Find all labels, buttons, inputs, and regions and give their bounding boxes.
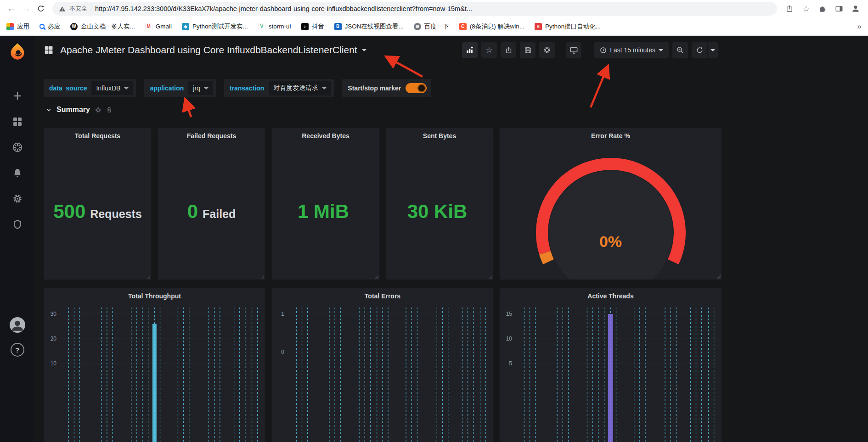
bookmark-label: storm-ui: [269, 23, 291, 30]
variable-application: application jrq: [144, 79, 215, 97]
save-dashboard-button[interactable]: [520, 42, 535, 58]
add-panel-button[interactable]: [462, 42, 478, 58]
caret-down-icon: [322, 87, 327, 90]
dashboard-main: Apache JMeter Dashboard using Core Influ…: [34, 36, 868, 442]
caret-down-icon: [204, 87, 209, 90]
bookmark-item[interactable]: ◆Python测试开发实...: [182, 22, 248, 31]
address-bar[interactable]: 不安全 http://47.95.142.233:3000/d/K33EkaX7…: [52, 2, 777, 16]
sidebar-item-configuration[interactable]: [11, 192, 24, 206]
variable-label: data_source: [49, 84, 87, 92]
sidebar-item-dashboards[interactable]: [11, 115, 24, 129]
csdn-icon: C: [459, 23, 467, 30]
panel-title[interactable]: Total Throughput: [44, 292, 265, 300]
stat-value: 0Failed: [158, 201, 265, 223]
panel-title[interactable]: Received Bytes: [272, 132, 379, 140]
zoom-out-time-button[interactable]: [672, 42, 688, 58]
variable-transaction: transaction 对百度发送请求: [224, 79, 334, 97]
refresh-control: [692, 42, 718, 58]
svg-text:0: 0: [281, 349, 284, 355]
dashboard-grid-icon[interactable]: [44, 45, 54, 55]
baidu-globe-icon: ⊕: [414, 23, 421, 30]
row-title: Summary: [56, 106, 90, 114]
bookmark-item[interactable]: BJSON在线视图查看...: [334, 22, 404, 31]
reload-icon[interactable]: [34, 2, 48, 16]
dashboard-settings-button[interactable]: [539, 42, 555, 58]
panel-title[interactable]: Sent Bytes: [386, 132, 493, 140]
bookmark-item[interactable]: W金山文档 - 多人实...: [70, 22, 135, 31]
bookmark-item[interactable]: C(8条消息) 解决win...: [459, 22, 524, 31]
bookmark-star-icon[interactable]: ☆: [800, 3, 812, 15]
grafana-logo-icon[interactable]: [8, 42, 27, 61]
summary-row-header[interactable]: Summary: [45, 106, 113, 114]
caret-down-icon: [124, 87, 129, 90]
sidebar-item-alerting[interactable]: [11, 166, 24, 180]
bookmarks-overflow-icon[interactable]: »: [857, 22, 862, 31]
bookmark-label: Python测试开发实...: [192, 22, 248, 31]
title-caret-down-icon[interactable]: [362, 49, 366, 51]
tiktok-icon: ♪: [301, 23, 309, 30]
bookmark-item[interactable]: Vstorm-ui: [258, 23, 291, 30]
bookmark-item[interactable]: ≡Python接口自动化...: [535, 22, 601, 31]
panel-title[interactable]: Failed Requests: [158, 132, 265, 140]
back-icon[interactable]: ←: [5, 2, 18, 16]
bookmark-item[interactable]: ♪抖音: [301, 22, 324, 31]
red-book-icon: ≡: [535, 23, 542, 30]
time-range-picker[interactable]: Last 15 minutes: [594, 42, 669, 58]
chart-plot-area[interactable]: 15105: [500, 288, 721, 442]
panel-title[interactable]: Total Errors: [272, 292, 493, 300]
gmail-icon: M: [145, 23, 152, 30]
dashboard-toolbar: ☆ Last 15 minutes: [462, 42, 718, 58]
security-label[interactable]: 不安全: [69, 5, 87, 13]
variable-label: application: [150, 84, 184, 92]
svg-text:15: 15: [506, 311, 513, 317]
not-secure-icon: [59, 6, 66, 12]
browser-actions: ☆: [782, 3, 863, 15]
bookmark-label: 应用: [17, 22, 29, 31]
bookmark-item[interactable]: 必应: [39, 22, 60, 31]
browser-toolbar: ← → 不安全 http://47.95.142.233:3000/d/K33E…: [0, 0, 868, 17]
bookmark-item[interactable]: MGmail: [145, 23, 172, 30]
bookmark-item[interactable]: ⊕百度一下: [414, 22, 449, 31]
chart-plot-area[interactable]: 10: [272, 288, 493, 442]
page-title[interactable]: Apache JMeter Dashboard using Core Influ…: [60, 45, 357, 56]
panel-active-threads: 15105 Active Threads: [499, 288, 722, 442]
svg-text:10: 10: [506, 336, 513, 342]
bookmark-item[interactable]: 应用: [6, 22, 29, 31]
variable-value-dropdown[interactable]: 对百度发送请求: [269, 81, 331, 95]
cycle-view-mode-button[interactable]: [566, 42, 581, 58]
start-stop-marker-toggle[interactable]: [406, 83, 427, 93]
variable-value-dropdown[interactable]: InfluxDB: [91, 81, 133, 95]
side-panel-icon[interactable]: [833, 3, 845, 15]
bookmark-label: Gmail: [156, 23, 172, 30]
svg-text:30: 30: [51, 311, 57, 317]
help-icon[interactable]: ?: [11, 343, 24, 357]
sidebar-item-create[interactable]: [11, 89, 24, 103]
row-settings-gear-icon[interactable]: [95, 106, 101, 113]
variable-value-dropdown[interactable]: jrq: [188, 81, 213, 95]
panel-title[interactable]: Total Requests: [44, 132, 151, 140]
profile-avatar-icon[interactable]: [850, 3, 862, 15]
user-avatar[interactable]: [10, 317, 25, 333]
panel-total-throughput: 302010 Total Throughput: [44, 288, 265, 442]
refresh-button[interactable]: [692, 42, 707, 58]
panel-title[interactable]: Active Threads: [500, 292, 721, 300]
wps-docs-icon: W: [70, 23, 78, 30]
stat-value: 1 MiB: [272, 201, 379, 223]
refresh-interval-caret-icon[interactable]: [708, 42, 718, 58]
svg-text:5: 5: [509, 360, 512, 367]
url-text[interactable]: http://47.95.142.233:3000/d/K33EkaX7k/ap…: [95, 5, 472, 12]
share-dashboard-button[interactable]: [501, 42, 516, 58]
panel-sent-bytes: Sent Bytes 30 KiB: [385, 128, 494, 280]
panel-title[interactable]: Error Rate %: [500, 132, 721, 140]
stat-value: 500Requests: [44, 201, 151, 223]
marker-toggle-label: Start/stop marker: [348, 84, 401, 92]
star-dashboard-button[interactable]: ☆: [481, 42, 497, 58]
row-delete-trash-icon[interactable]: [106, 106, 113, 113]
share-icon[interactable]: [783, 3, 795, 15]
chart-plot-area[interactable]: 302010: [44, 288, 265, 442]
extensions-puzzle-icon[interactable]: [817, 3, 829, 15]
forward-icon[interactable]: →: [19, 2, 33, 16]
python-test-icon: ◆: [182, 23, 189, 30]
sidebar-item-server-admin[interactable]: [11, 218, 24, 231]
sidebar-item-explore[interactable]: [11, 140, 24, 154]
